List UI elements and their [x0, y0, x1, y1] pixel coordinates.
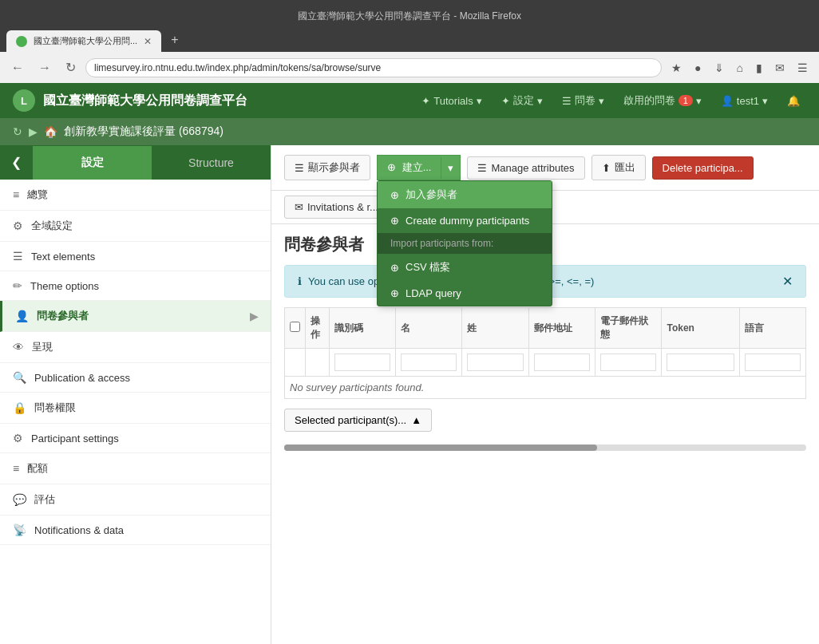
create-caret-icon[interactable]: ▾ [441, 157, 460, 179]
action-column-header: 操作 [306, 308, 330, 349]
filter-id-input[interactable] [334, 354, 390, 371]
manage-icon: ☰ [477, 162, 487, 174]
alert-close-button[interactable]: ✕ [782, 274, 793, 289]
token-column-header: Token [662, 308, 739, 349]
add-circle-icon: ⊕ [390, 189, 399, 201]
sidebar-item-global-settings[interactable]: ⚙ 全域設定 [0, 211, 271, 242]
settings-icon: ✦ [501, 95, 510, 107]
text-elements-icon: ☰ [13, 250, 23, 263]
sidebar-item-survey-permissions[interactable]: 🔒 問卷權限 [0, 393, 271, 424]
browser-title: 國立臺灣師範大學公用問卷調查平台 - Mozilla Firefox [6, 6, 813, 28]
forward-button[interactable]: → [34, 57, 56, 78]
horizontal-scrollbar-area [271, 441, 819, 451]
dropdown-ldap[interactable]: ⊕ LDAP query [378, 281, 552, 306]
sidebar-item-text-elements[interactable]: ☰ Text elements [0, 242, 271, 271]
sidebar-tab-settings[interactable]: 設定 [33, 146, 152, 180]
nav-survey[interactable]: ☰ 問卷 ▾ [556, 90, 611, 111]
nav-user[interactable]: 👤 test1 ▾ [714, 92, 774, 110]
filter-language-input[interactable] [745, 354, 801, 371]
sidebar-item-participant-settings[interactable]: ⚙ Participant settings [0, 424, 271, 453]
dropdown-csv[interactable]: ⊕ CSV 檔案 [378, 254, 552, 281]
browser-tab[interactable]: 國立臺灣師範大學公用問... ✕ [6, 30, 161, 52]
create-dropdown-container: ⊕ 建立... ▾ ⊕ 加入參與者 ⊕ Create dummy [377, 155, 461, 180]
plus-icon: ⊕ [387, 161, 396, 173]
filter-email-status-input[interactable] [600, 354, 656, 371]
security-icon[interactable]: ▮ [751, 58, 767, 77]
user-icon: 👤 [721, 95, 734, 107]
lock-icon: 🔒 [13, 401, 26, 414]
filter-firstname-cell [396, 349, 462, 377]
nav-notifications[interactable]: 🔔 [781, 92, 806, 110]
refresh-button[interactable]: ↻ [61, 57, 81, 78]
sidebar-toggle-button[interactable]: ❮ [0, 145, 33, 180]
envelope-icon: ✉ [295, 201, 303, 213]
sidebar-item-participants[interactable]: 👤 問卷參與者 ▶ [0, 301, 271, 332]
filter-checkbox-cell [285, 349, 306, 377]
app-logo-text: 國立臺灣師範大學公用問卷調查平台 [43, 93, 247, 109]
breadcrumb-bar: ↻ ▶ 🏠 創新教學實施課後評量 (668794) [0, 118, 819, 145]
tutorials-icon: ✦ [421, 95, 430, 107]
scrollbar-track [284, 444, 806, 451]
no-results-cell: No survey participants found. [285, 377, 806, 399]
action-bar: ☰ 顯示參與者 ⊕ 建立... ▾ ⊕ [271, 145, 819, 191]
shield-icon[interactable]: ● [690, 58, 706, 77]
breadcrumb-home-icon[interactable]: 🏠 [44, 125, 57, 138]
scrollbar-thumb[interactable] [284, 444, 597, 451]
notification-icon[interactable]: ✉ [770, 58, 789, 77]
nav-active-survey[interactable]: 啟用的問卷 1 ▾ [617, 90, 708, 111]
show-participants-button[interactable]: ☰ 顯示參與者 [284, 155, 370, 180]
nav-settings[interactable]: ✦ 設定 ▾ [495, 90, 549, 111]
dropdown-add-participant[interactable]: ⊕ 加入參與者 [378, 181, 552, 208]
create-split-button[interactable]: ⊕ 建立... ▾ [377, 155, 461, 180]
tab-favicon [16, 36, 27, 47]
dropdown-import-divider: Import participants from: [378, 233, 552, 254]
nav-tutorials[interactable]: ✦ Tutorials ▾ [415, 92, 488, 110]
table-filter-row [285, 349, 806, 377]
sidebar-item-assessments[interactable]: 💬 評估 [0, 484, 271, 516]
sidebar-item-quota[interactable]: ≡ 配額 [0, 453, 271, 484]
sidebar-item-presentation[interactable]: 👁 呈現 [0, 332, 271, 363]
bookmark-icon[interactable]: ★ [667, 58, 686, 77]
sidebar-item-label: 呈現 [32, 340, 53, 354]
tutorials-caret: ▾ [477, 95, 482, 107]
create-button-label[interactable]: ⊕ 建立... [378, 156, 441, 180]
sidebar-item-label: Theme options [30, 280, 99, 292]
back-button[interactable]: ← [6, 57, 29, 78]
assessments-icon: 💬 [13, 493, 26, 506]
overview-icon: ≡ [13, 188, 19, 201]
manage-attributes-button[interactable]: ☰ Manage attributes [467, 156, 584, 180]
invitations-button[interactable]: ✉ Invitations & r... [284, 196, 389, 219]
sidebar-item-theme-options[interactable]: ✏ Theme options [0, 271, 271, 301]
filter-token-cell [662, 349, 739, 377]
new-tab-button[interactable]: + [163, 28, 186, 52]
filter-email-input[interactable] [534, 354, 590, 371]
filter-token-input[interactable] [667, 354, 734, 371]
content-area: ☰ 顯示參與者 ⊕ 建立... ▾ ⊕ [271, 145, 819, 644]
dropdown-create-dummy[interactable]: ⊕ Create dummy participants [378, 208, 552, 233]
download-icon[interactable]: ⇓ [710, 58, 729, 77]
breadcrumb-refresh-icon[interactable]: ↻ [13, 125, 22, 138]
tab-title: 國立臺灣師範大學公用問... [34, 35, 137, 47]
address-bar[interactable] [85, 58, 662, 77]
sidebar-item-overview[interactable]: ≡ 總覽 [0, 180, 271, 211]
menu-icon[interactable]: ☰ [793, 58, 813, 77]
table-section: 操作 識別碼 名 姓 郵件地址 電子郵件狀態 Token 語言 [271, 307, 819, 399]
filter-language-cell [739, 349, 805, 377]
sidebar-item-notifications[interactable]: 📡 Notifications & data [0, 516, 271, 545]
delete-participants-button[interactable]: Delete participa... [652, 156, 754, 180]
sidebar-tab-structure[interactable]: Structure [152, 147, 271, 179]
export-icon: ⬆ [602, 162, 611, 174]
filter-lastname-input[interactable] [467, 354, 523, 371]
home-icon[interactable]: ⌂ [732, 58, 748, 77]
selected-participants-button[interactable]: Selected participant(s)... ▲ [284, 409, 432, 432]
breadcrumb-arrow: ▶ [29, 125, 38, 138]
dummy-icon: ⊕ [390, 215, 399, 227]
bell-icon: 🔔 [787, 95, 800, 107]
select-all-checkbox[interactable] [290, 322, 300, 332]
export-button[interactable]: ⬆ 匯出 [592, 155, 646, 180]
close-tab-icon[interactable]: ✕ [144, 36, 152, 47]
filter-email-cell [528, 349, 595, 377]
active-survey-badge: 1 [679, 95, 693, 106]
filter-firstname-input[interactable] [401, 354, 457, 371]
sidebar-item-publication-access[interactable]: 🔍 Publication & access [0, 363, 271, 393]
